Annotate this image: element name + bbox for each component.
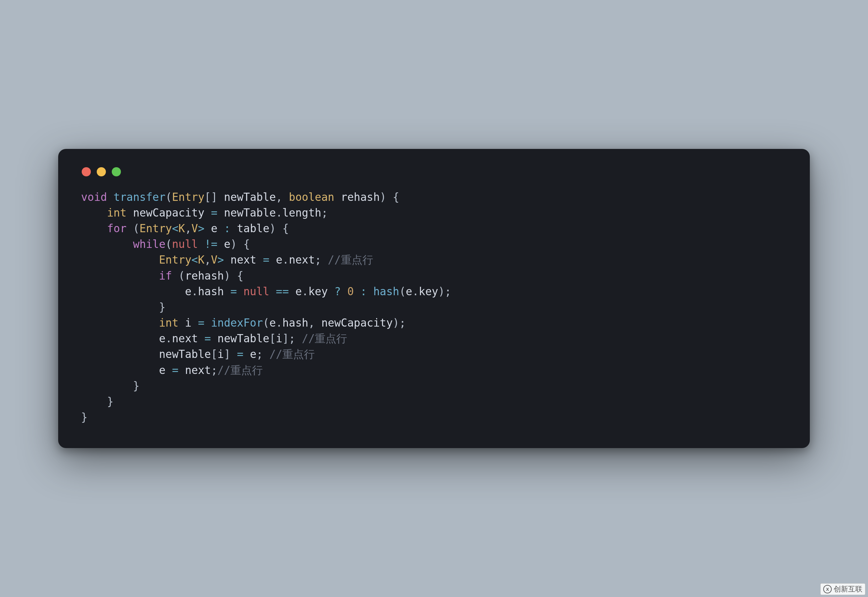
code-token-type: Entry	[159, 254, 191, 266]
zoom-icon[interactable]	[112, 167, 121, 176]
code-token-op: ?	[334, 285, 341, 298]
code-token-punc: ;	[315, 254, 321, 266]
code-token-punc: ;	[256, 348, 263, 361]
code-token-punc: ;	[321, 206, 328, 219]
code-token-var: e	[159, 364, 165, 377]
code-token-punc: .	[276, 316, 282, 329]
code-token-punc: }	[133, 380, 140, 392]
code-token-punc: )	[393, 316, 399, 329]
code-token-op: <	[172, 222, 179, 235]
code-token-punc: .	[276, 206, 282, 219]
code-token-type: Entry	[140, 222, 172, 235]
code-token-punc: (	[165, 238, 172, 251]
code-token-kw: void	[81, 191, 107, 203]
code-token-var: e	[250, 348, 256, 361]
code-token-var: e	[224, 238, 231, 251]
code-token-punc: )	[438, 285, 445, 298]
code-token-punc: .	[165, 332, 172, 345]
code-token-var: newTable	[224, 191, 276, 203]
code-token-var: rehash	[185, 269, 224, 282]
code-token-op: >	[217, 254, 224, 266]
code-token-kw: while	[133, 238, 165, 251]
code-token-var: e	[185, 285, 192, 298]
code-token-punc: {	[237, 269, 243, 282]
code-token-punc: .	[192, 285, 198, 298]
code-token-var: newCapacity	[321, 316, 393, 329]
code-token-prop: key	[418, 285, 438, 298]
code-token-kw: if	[159, 269, 172, 282]
code-token-var: newTable	[217, 332, 269, 345]
code-token-null: null	[172, 238, 198, 251]
code-token-punc: (	[263, 316, 269, 329]
code-token-punc: ,	[185, 222, 192, 235]
close-icon[interactable]	[82, 167, 91, 176]
code-token-punc: ]	[224, 348, 231, 361]
code-token-op: <	[192, 254, 198, 266]
code-token-punc: {	[282, 222, 289, 235]
code-token-prop: next	[172, 332, 198, 345]
code-token-punc: (	[133, 222, 140, 235]
code-token-punc: {	[243, 238, 250, 251]
code-token-punc: ;	[399, 316, 406, 329]
code-token-var: e	[295, 285, 302, 298]
code-token-op: =	[198, 316, 205, 329]
code-token-null: null	[243, 285, 269, 298]
code-token-punc: .	[282, 254, 289, 266]
code-token-var: newCapacity	[133, 206, 205, 219]
code-token-punc: )	[269, 222, 276, 235]
code-token-comment: //重点行	[217, 364, 263, 377]
window-traffic-lights	[81, 165, 787, 189]
code-token-punc: )	[380, 191, 386, 203]
code-token-op: =	[205, 332, 211, 345]
code-token-var: e	[406, 285, 412, 298]
code-token-op: >	[198, 222, 205, 235]
code-token-fn: transfer	[113, 191, 165, 203]
code-token-var: i	[185, 316, 192, 329]
code-token-punc: ,	[308, 316, 315, 329]
code-token-op: =	[211, 206, 217, 219]
watermark: X 创新互联	[820, 583, 865, 595]
code-token-punc: (	[179, 269, 185, 282]
code-token-punc: )	[231, 238, 237, 251]
code-token-comment: //重点行	[269, 348, 315, 361]
code-token-var: e	[211, 222, 217, 235]
code-token-type: V	[211, 254, 217, 266]
code-token-punc: )	[224, 269, 231, 282]
code-token-punc: (	[165, 191, 172, 203]
code-token-punc: ;	[289, 332, 295, 345]
code-token-punc: [	[211, 348, 217, 361]
code-token-type: V	[192, 222, 198, 235]
minimize-icon[interactable]	[97, 167, 106, 176]
code-token-prop: length	[282, 206, 321, 219]
code-token-punc: ]	[282, 332, 289, 345]
code-token-type: Entry	[172, 191, 204, 203]
code-token-prop: key	[308, 285, 328, 298]
code-token-prop: hash	[282, 316, 308, 329]
code-token-op: ==	[276, 285, 289, 298]
code-token-comment: //重点行	[302, 332, 347, 345]
watermark-icon: X	[823, 585, 832, 593]
code-token-kw: for	[107, 222, 127, 235]
code-window: void transfer(Entry[] newTable, boolean …	[58, 149, 810, 448]
code-token-type: K	[198, 254, 205, 266]
code-token-var: e	[159, 332, 165, 345]
code-token-var: table	[237, 222, 269, 235]
code-token-var: i	[276, 332, 282, 345]
code-token-punc: [	[205, 191, 211, 203]
code-token-fn: indexFor	[211, 316, 263, 329]
code-token-punc: ;	[211, 364, 217, 377]
code-token-fn: hash	[373, 285, 399, 298]
code-token-var: newTable	[224, 206, 276, 219]
code-token-op: =	[172, 364, 179, 377]
code-token-punc: ]	[211, 191, 217, 203]
code-token-type: int	[159, 316, 179, 329]
code-token-op: :	[360, 285, 367, 298]
code-token-punc: {	[393, 191, 399, 203]
code-token-op: !=	[205, 238, 217, 251]
code-token-punc: }	[159, 301, 165, 313]
code-token-op: =	[237, 348, 243, 361]
code-token-var: newTable	[159, 348, 211, 361]
code-token-punc: (	[399, 285, 406, 298]
code-token-punc: .	[412, 285, 418, 298]
code-token-type: K	[179, 222, 185, 235]
